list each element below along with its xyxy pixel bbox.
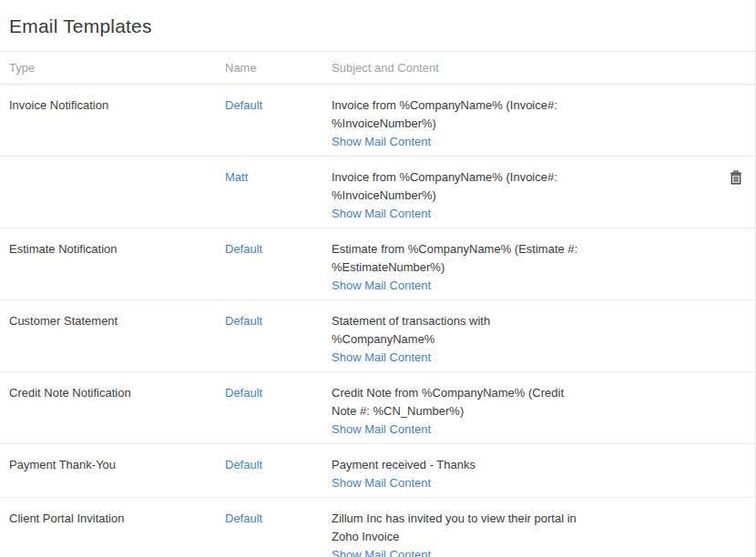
show-mail-content-link[interactable]: Show Mail Content [332, 474, 431, 492]
template-type-cell: Payment Thank-You [9, 456, 225, 474]
table-row: Credit Note Notification Default Credit … [0, 372, 755, 444]
template-subject-text: Invoice from %CompanyName% (Invoice#: %I… [332, 168, 587, 205]
template-subject-text: Credit Note from %CompanyName% (Credit N… [332, 384, 587, 420]
template-type-cell: Estimate Notification [9, 240, 225, 258]
table-row: Payment Thank-You Default Payment receiv… [0, 444, 755, 498]
page-title: Email Templates [0, 0, 755, 52]
template-name-link[interactable]: Default [225, 510, 262, 528]
table-row: Invoice Notification Default Invoice fro… [0, 85, 755, 157]
template-type-cell: Customer Statement [9, 312, 225, 330]
trash-icon[interactable] [730, 170, 742, 185]
table-body: Invoice Notification Default Invoice fro… [0, 85, 755, 557]
column-header-subject-and-content: Subject and Content [332, 61, 742, 75]
template-name-link[interactable]: Default [225, 384, 262, 402]
show-mail-content-link[interactable]: Show Mail Content [332, 277, 431, 295]
template-name-link[interactable]: Default [225, 240, 262, 258]
table-row: Estimate Notification Default Estimate f… [0, 228, 755, 300]
table-row: Client Portal Invitation Default Zillum … [0, 498, 755, 557]
show-mail-content-link[interactable]: Show Mail Content [332, 349, 431, 367]
template-subject-text: Zillum Inc has invited you to view their… [332, 510, 587, 546]
template-subject-text: Invoice from %CompanyName% (Invoice#: %I… [332, 96, 587, 133]
template-subject-text: Estimate from %CompanyName% (Estimate #:… [332, 240, 587, 277]
template-subject-text: Statement of transactions with %CompanyN… [332, 312, 587, 349]
column-header-type: Type [9, 61, 225, 75]
template-name-link[interactable]: Default [225, 312, 262, 330]
show-mail-content-link[interactable]: Show Mail Content [332, 205, 431, 223]
template-type-cell: Client Portal Invitation [9, 510, 225, 528]
show-mail-content-link[interactable]: Show Mail Content [332, 133, 431, 151]
table-row: Matt Invoice from %CompanyName% (Invoice… [0, 157, 755, 228]
template-name-link[interactable]: Default [225, 456, 262, 474]
template-name-link[interactable]: Default [225, 96, 262, 115]
column-header-name: Name [225, 61, 332, 75]
template-name-link[interactable]: Matt [225, 168, 248, 187]
show-mail-content-link[interactable]: Show Mail Content [332, 546, 431, 557]
show-mail-content-link[interactable]: Show Mail Content [332, 420, 431, 439]
template-subject-text: Payment received - Thanks [332, 456, 587, 474]
template-type-cell: Credit Note Notification [9, 384, 225, 402]
email-templates-page: Email Templates Type Name Subject and Co… [0, 0, 756, 557]
table-header-row: Type Name Subject and Content [0, 52, 755, 85]
template-type-cell: Invoice Notification [9, 96, 225, 115]
table-row: Customer Statement Default Statement of … [0, 300, 755, 372]
